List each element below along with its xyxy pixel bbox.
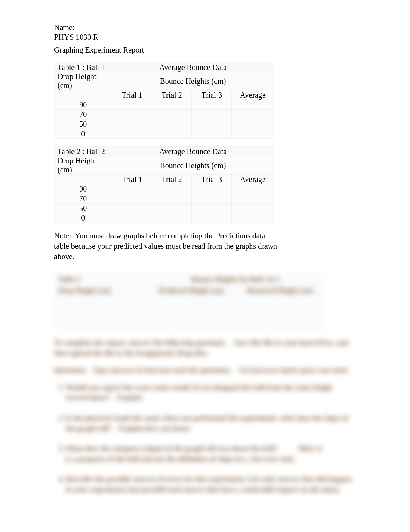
name-label: Name: xyxy=(54,23,75,32)
note-text: Note: You must draw graphs before comple… xyxy=(54,231,278,262)
table2-title-ball: : Ball 2 xyxy=(82,147,105,156)
table1-trial3: Trial 3 xyxy=(192,90,232,100)
table1-title-ball: : Ball 1 xyxy=(82,63,105,71)
table2-avg-label: Average Bounce Data xyxy=(112,147,274,156)
question-4: Describe the possible sources of error f… xyxy=(66,474,356,495)
table2-trial3: Trial 3 xyxy=(192,175,232,184)
table1-avg-label: Average Bounce Data xyxy=(112,63,274,72)
table2-drop-label: Drop Height (cm) xyxy=(54,156,112,175)
table1-trial2: Trial 2 xyxy=(152,90,191,100)
table1-average: Average xyxy=(232,90,274,100)
blurred-para2: Questions: Type answers in between each … xyxy=(54,365,356,376)
table1-bounce-label: Bounce Heights (cm) xyxy=(112,72,274,90)
blurred-para1: To complete the report, answer the follo… xyxy=(54,338,356,358)
table2-trial2: Trial 2 xyxy=(152,175,191,184)
table-2: Table 2 : Ball 2 Average Bounce Data Dro… xyxy=(54,146,274,223)
question-3: What does the steepness (slope) of the g… xyxy=(66,444,356,464)
report-title: Graphing Experiment Report xyxy=(54,46,356,54)
table-row: 70 xyxy=(54,110,112,119)
table-row: 50 xyxy=(54,204,112,213)
table-row: 90 xyxy=(54,100,112,110)
course-label: PHYS 1030 R xyxy=(54,33,98,41)
table1-drop-label: Drop Height (cm) xyxy=(54,72,112,90)
table2-average: Average xyxy=(232,175,274,184)
table-row: 0 xyxy=(54,213,112,223)
table2-title-prefix: Table 2 xyxy=(58,147,80,156)
table2-trial1: Trial 1 xyxy=(112,175,152,184)
table-row: 70 xyxy=(54,194,112,204)
locked-content-preview: Table 3 Bounce Heights for Ball 1 & 2 Dr… xyxy=(54,274,356,495)
table1-trial1: Trial 1 xyxy=(112,90,152,100)
table2-bounce-label: Bounce Heights (cm) xyxy=(112,156,274,175)
table-3: Table 3 Bounce Heights for Ball 1 & 2 Dr… xyxy=(54,274,324,330)
table-1: Table 1 : Ball 1 Average Bounce Data Dro… xyxy=(54,62,274,139)
question-1: Would you expect the exact same results … xyxy=(66,382,356,403)
table-row: 50 xyxy=(54,119,112,129)
table-row: 90 xyxy=(54,184,112,194)
question-2: Is the physical result the same when you… xyxy=(66,413,356,433)
table-row: 0 xyxy=(54,129,112,139)
table1-title-prefix: Table 1 xyxy=(58,63,80,71)
